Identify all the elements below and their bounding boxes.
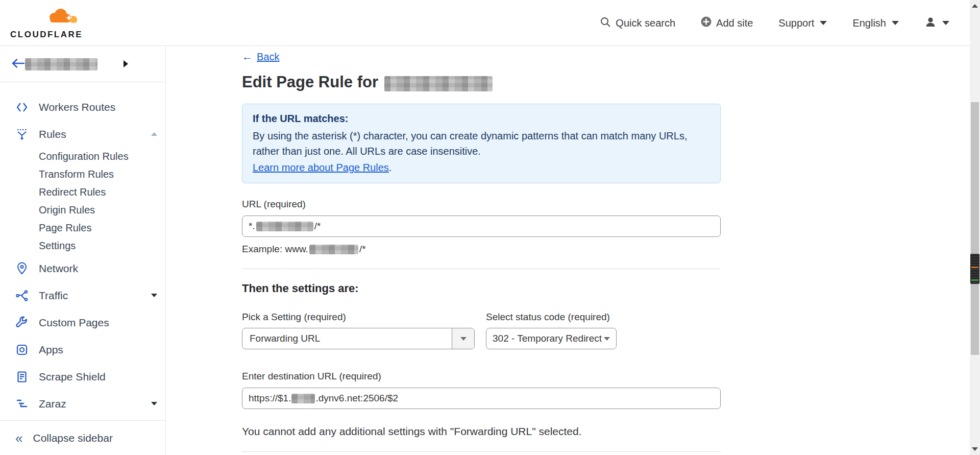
sidebar-item-custom-pages[interactable]: Custom Pages (0, 309, 165, 336)
page-scrollbar[interactable] (970, 0, 980, 455)
sidebar-item-transform-rules[interactable]: Transform Rules (0, 165, 165, 183)
url-example: Example: www. /* (242, 244, 721, 255)
scrollbar-thumb[interactable] (971, 102, 979, 355)
sidebar-item-workers-routes[interactable]: Workers Routes (0, 93, 165, 121)
sidebar: Workers Routes Rules Configuration Rules… (0, 46, 166, 455)
setting-select-dropdown-button[interactable] (452, 328, 474, 349)
workers-routes-icon (15, 101, 29, 114)
page-title: Edit Page Rule for (242, 73, 721, 91)
zaraz-icon (15, 397, 29, 411)
url-match-info-box: If the URL matches: By using the asteris… (242, 104, 721, 183)
double-chevron-left-icon: « (15, 432, 22, 445)
learn-more-link[interactable]: Learn more about Page Rules (253, 162, 389, 173)
rules-submenu: Configuration Rules Transform Rules Redi… (0, 148, 165, 255)
status-code-value: 302 - Temporary Redirect (493, 333, 602, 344)
sidebar-item-network[interactable]: Network (0, 255, 165, 282)
example-domain-redacted (309, 245, 358, 254)
sidebar-item-origin-rules[interactable]: Origin Rules (0, 201, 165, 219)
add-site-button[interactable]: Add site (701, 16, 753, 30)
wrench-icon (15, 316, 29, 329)
plus-circle-icon (701, 16, 712, 30)
apps-icon (15, 343, 29, 356)
support-menu[interactable]: Support (778, 17, 827, 29)
chevron-down-icon (820, 21, 827, 25)
minimap-orange-marker (971, 267, 978, 268)
chevron-down-icon (942, 21, 949, 25)
domain-name-redacted (384, 76, 493, 91)
sidebar-item-redirect-rules[interactable]: Redirect Rules (0, 183, 165, 201)
destination-url-label: Enter destination URL (required) (242, 371, 721, 382)
setting-select[interactable]: Forwarding URL (242, 328, 475, 349)
chevron-down-icon (151, 294, 157, 297)
zone-expand-icon[interactable] (124, 60, 128, 67)
settings-heading: Then the settings are: (242, 282, 721, 295)
back-arrow-icon: ← (242, 51, 253, 63)
info-box-body: By using the asterisk (*) character, you… (253, 128, 693, 159)
traffic-icon (15, 289, 29, 302)
sidebar-item-settings[interactable]: Settings (0, 237, 165, 255)
brand-wordmark: CLOUDFLARE (10, 30, 83, 40)
zone-name-redacted (25, 58, 97, 70)
setting-select-value: Forwarding URL (242, 333, 452, 344)
url-redacted (256, 222, 313, 231)
divider (242, 451, 721, 452)
main-content: ← Back Edit Page Rule for If the URL mat… (166, 46, 970, 455)
language-menu[interactable]: English (852, 17, 899, 29)
chevron-down-icon (460, 337, 467, 341)
divider (242, 269, 721, 269)
status-code-label: Select status code (required) (486, 312, 610, 323)
cloudflare-dashboard: CLOUDFLARE Quick search (0, 0, 980, 455)
back-arrow-icon[interactable] (11, 58, 25, 70)
sidebar-item-apps[interactable]: Apps (0, 336, 165, 363)
account-menu[interactable] (924, 16, 949, 31)
scrollbar-up-arrow[interactable] (972, 4, 978, 8)
minimap-green-marker (971, 279, 978, 281)
chevron-up-icon (151, 132, 157, 136)
chevron-down-icon (604, 337, 610, 341)
sidebar-item-page-rules[interactable]: Page Rules (0, 219, 165, 237)
chevron-down-icon (151, 402, 157, 405)
rules-funnel-icon (15, 128, 29, 141)
status-code-select[interactable]: 302 - Temporary Redirect (486, 328, 617, 349)
chevron-down-icon (892, 21, 899, 25)
setting-select-label: Pick a Setting (required) (242, 312, 486, 323)
scrollbar-down-arrow[interactable] (972, 447, 978, 451)
url-field-label: URL (required) (242, 199, 721, 210)
forwarding-url-note: You cannot add any additional settings w… (242, 425, 721, 438)
zone-selector[interactable] (0, 46, 165, 82)
user-icon (924, 16, 937, 31)
destination-url-input[interactable]: https://$1. .dynv6.net:2506/$2 (242, 388, 721, 409)
top-header: CLOUDFLARE Quick search (0, 0, 980, 46)
sidebar-item-scrape-shield[interactable]: Scrape Shield (0, 363, 165, 390)
info-box-title: If the URL matches: (253, 113, 710, 125)
sidebar-item-traffic[interactable]: Traffic (0, 282, 165, 309)
header-nav: Quick search Add site Support English (600, 0, 949, 46)
destination-redacted (291, 394, 315, 403)
collapse-sidebar-button[interactable]: « Collapse sidebar (0, 420, 165, 455)
back-link[interactable]: ← Back (242, 51, 279, 63)
sidebar-nav: Workers Routes Rules Configuration Rules… (0, 82, 165, 417)
network-pin-icon (15, 262, 29, 275)
document-icon (15, 370, 29, 384)
search-icon (600, 16, 611, 30)
scrollbar-minimap-indicator (970, 254, 979, 284)
sidebar-item-configuration-rules[interactable]: Configuration Rules (0, 148, 165, 165)
url-input[interactable]: *. /* (242, 215, 721, 237)
cloudflare-cloud-icon (45, 8, 80, 27)
quick-search-button[interactable]: Quick search (600, 16, 675, 30)
sidebar-item-zaraz[interactable]: Zaraz (0, 390, 165, 417)
sidebar-item-rules[interactable]: Rules (0, 121, 165, 148)
cloudflare-logo[interactable]: CLOUDFLARE (10, 7, 82, 39)
